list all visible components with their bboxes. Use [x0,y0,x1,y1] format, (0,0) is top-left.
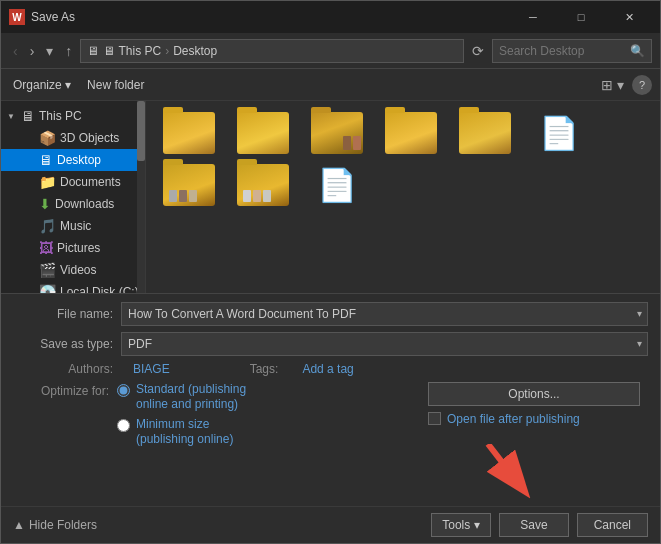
sidebar-item-local-disk[interactable]: 💽 Local Disk (C:) [1,281,145,293]
radio-minimum-input[interactable] [117,419,130,432]
open-file-checkbox[interactable] [428,412,441,425]
sidebar-item-downloads[interactable]: ⬇ Downloads [1,193,145,215]
titlebar-left: W Save As [9,9,75,25]
back-button[interactable]: ‹ [9,41,22,61]
breadcrumb-icon: 🖥 [87,44,99,58]
radio-minimum: Minimum size(publishing online) [117,417,246,448]
sidebar-item-pictures[interactable]: 🖼 Pictures [1,237,145,259]
tools-label: Tools [442,518,470,532]
folder-thumbnail [159,109,219,157]
breadcrumb-sep1: › [165,44,169,58]
pictures-icon: 🖼 [39,240,53,256]
list-item[interactable] [450,109,520,157]
sidebar: ▼ 🖥 This PC 📦 3D Objects 🖥 Desktop 📁 [1,101,146,293]
sidebar-item-desktop[interactable]: 🖥 Desktop [1,149,145,171]
close-button[interactable]: ✕ [606,7,652,27]
optimize-section: Optimize for: Standard (publishingonline… [13,382,420,452]
breadcrumb-folder[interactable]: Desktop [173,44,217,58]
documents-icon: 📁 [39,174,56,190]
list-item[interactable]: 📄 [524,109,594,157]
breadcrumb-pc[interactable]: 🖥 This PC [103,44,161,58]
breadcrumb[interactable]: 🖥 🖥 This PC › Desktop [80,39,464,63]
hide-folders-button[interactable]: ▲ Hide Folders [13,518,97,532]
options-row: Optimize for: Standard (publishingonline… [13,382,648,452]
sidebar-item-this-pc[interactable]: ▼ 🖥 This PC [1,105,145,127]
authors-label: Authors: [17,362,113,376]
list-item[interactable] [376,109,446,157]
file-area: 📄 [146,101,660,293]
open-file-label[interactable]: Open file after publishing [447,412,580,426]
list-item[interactable] [302,109,372,157]
sidebar-label-3d-objects: 3D Objects [60,131,119,145]
list-item[interactable] [228,161,298,209]
savetype-wrapper: PDF ▾ [121,332,648,356]
filename-wrapper: ▾ [121,302,648,326]
nav-toolbar: ‹ › ▾ ↑ 🖥 🖥 This PC › Desktop ⟳ 🔍 [1,33,660,69]
search-icon: 🔍 [630,44,645,58]
word-icon: W [9,9,25,25]
organize-button[interactable]: Organize ▾ [9,76,75,94]
radio-standard-input[interactable] [117,384,130,397]
organize-label: Organize [13,78,62,92]
options-button[interactable]: Options... [428,382,640,406]
savetype-select[interactable]: PDF [121,332,648,356]
up-button[interactable]: ↑ [61,41,76,61]
savetype-label: Save as type: [13,337,113,351]
optimize-options: Standard (publishingonline and printing)… [117,382,246,452]
folder-thumbnail [307,109,367,157]
sidebar-label-music: Music [60,219,91,233]
minimize-button[interactable]: ─ [510,7,556,27]
radio-standard-label[interactable]: Standard (publishingonline and printing) [136,382,246,413]
forward-button[interactable]: › [26,41,39,61]
save-as-dialog: W Save As ─ □ ✕ ‹ › ▾ ↑ 🖥 🖥 This PC › De… [0,0,661,544]
add-tag-link[interactable]: Add a tag [302,362,353,376]
view-toggle-button[interactable]: ⊞ ▾ [597,75,628,95]
maximize-button[interactable]: □ [558,7,604,27]
list-item[interactable]: 📄 [302,161,372,209]
sidebar-label-local-disk: Local Disk (C:) [60,285,139,293]
search-box[interactable]: 🔍 [492,39,652,63]
authors-value[interactable]: BIAGE [133,362,170,376]
window-controls: ─ □ ✕ [510,7,652,27]
folder-thumbnail [233,161,293,209]
sidebar-item-music[interactable]: 🎵 Music [1,215,145,237]
sidebar-label-desktop: Desktop [57,153,101,167]
list-item[interactable] [154,109,224,157]
filename-input[interactable] [121,302,648,326]
sidebar-label-documents: Documents [60,175,121,189]
sidebar-item-videos[interactable]: 🎬 Videos [1,259,145,281]
main-content: ▼ 🖥 This PC 📦 3D Objects 🖥 Desktop 📁 [1,101,660,293]
footer: ▲ Hide Folders Tools ▾ Save Cancel [1,506,660,543]
hide-folders-icon: ▲ [13,518,25,532]
save-button[interactable]: Save [499,513,568,537]
filename-label: File name: [13,307,113,321]
cancel-button[interactable]: Cancel [577,513,648,537]
sidebar-scroll-thumb[interactable] [137,101,145,161]
sidebar-item-3d-objects[interactable]: 📦 3D Objects [1,127,145,149]
folder-thumbnail [381,109,441,157]
organize-arrow: ▾ [65,78,71,92]
videos-icon: 🎬 [39,262,56,278]
tools-button[interactable]: Tools ▾ [431,513,491,537]
recent-locations-button[interactable]: ▾ [42,41,57,61]
disk-icon: 💽 [39,284,56,293]
list-item[interactable] [228,109,298,157]
new-folder-button[interactable]: New folder [83,76,148,94]
red-arrow-svg [478,444,538,504]
radio-minimum-label[interactable]: Minimum size(publishing online) [136,417,233,448]
downloads-icon: ⬇ [39,196,51,212]
arrow-container [13,456,648,496]
sidebar-label-downloads: Downloads [55,197,114,211]
view-controls: ⊞ ▾ ? [597,75,652,95]
sidebar-label-pictures: Pictures [57,241,100,255]
search-input[interactable] [499,44,626,58]
list-item[interactable] [154,161,224,209]
expand-icon: ▼ [7,112,17,121]
help-button[interactable]: ? [632,75,652,95]
footer-right: Tools ▾ Save Cancel [431,513,648,537]
refresh-button[interactable]: ⟳ [468,41,488,61]
meta-row: Authors: BIAGE Tags: Add a tag [13,362,648,376]
sidebar-scrollbar[interactable] [137,101,145,293]
folder-thumbnail [233,109,293,157]
sidebar-item-documents[interactable]: 📁 Documents [1,171,145,193]
